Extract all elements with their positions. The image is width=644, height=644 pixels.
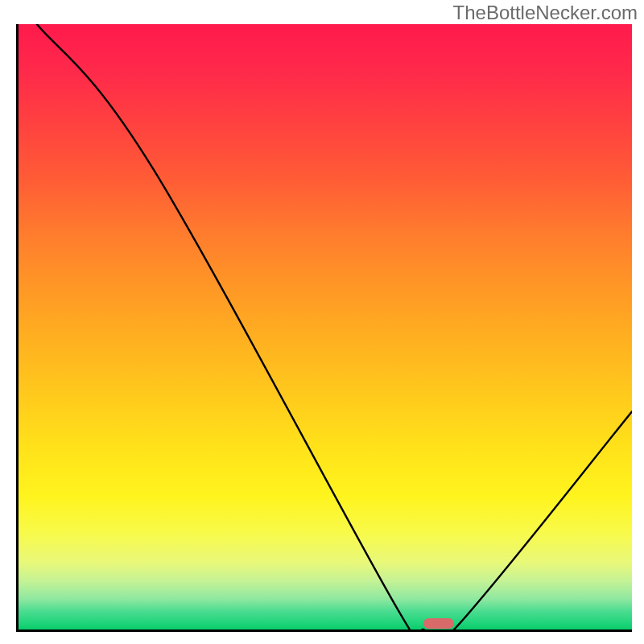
source-watermark: TheBottleNecker.com	[453, 2, 638, 24]
heat-gradient-background	[19, 24, 632, 630]
plot-area	[16, 24, 632, 632]
chart-container: TheBottleNecker.com	[0, 0, 644, 644]
